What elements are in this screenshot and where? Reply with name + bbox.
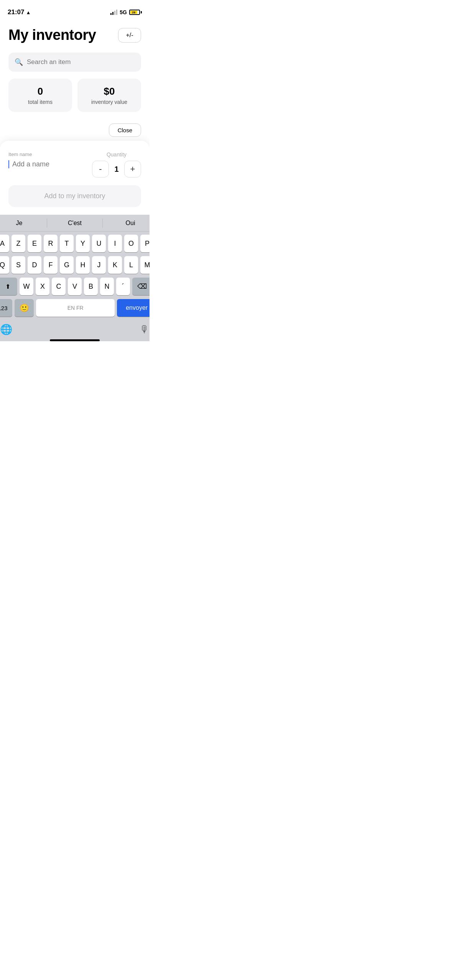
total-items-value: 0 <box>15 86 66 97</box>
status-right: 5G 28 <box>110 9 142 15</box>
item-name-label: Item name <box>8 151 84 157</box>
battery-icon: 28 <box>129 10 142 15</box>
network-label: 5G <box>120 9 127 15</box>
key-z[interactable]: Z <box>12 235 25 252</box>
suggestion-je[interactable]: Je <box>0 216 47 230</box>
status-time: 21:07 ▲ <box>8 8 31 16</box>
stats-row: 0 total items $0 inventory value <box>8 79 141 112</box>
close-button[interactable]: Close <box>109 123 141 137</box>
inventory-value-value: $0 <box>84 86 135 97</box>
home-indicator <box>50 339 100 341</box>
key-t[interactable]: T <box>60 235 74 252</box>
decrease-quantity-button[interactable]: - <box>92 161 109 178</box>
numbers-key[interactable]: 123 <box>0 299 12 317</box>
add-item-panel: Item name Quantity - 1 + Add to my inven… <box>0 141 150 215</box>
key-row-4: 123 🙂 EN FR envoyer <box>0 299 150 317</box>
keyboard-rows: A Z E R T Y U I O P Q S D F G H J K L M … <box>0 232 150 317</box>
search-icon: 🔍 <box>15 58 23 66</box>
key-row-2: Q S D F G H J K L M <box>0 256 150 274</box>
suggestion-cest[interactable]: C'est <box>47 216 102 230</box>
panel-fields: Item name Quantity - 1 + <box>8 151 141 178</box>
send-key[interactable]: envoyer <box>117 299 150 317</box>
key-p[interactable]: P <box>140 235 150 252</box>
shift-key[interactable]: ⬆ <box>0 278 17 295</box>
key-x[interactable]: X <box>36 278 49 295</box>
key-row-3: ⬆ W X C V B N ´ ⌫ <box>0 278 150 295</box>
key-q[interactable]: Q <box>0 256 9 274</box>
time-label: 21:07 <box>8 8 24 16</box>
key-y[interactable]: Y <box>76 235 90 252</box>
location-icon: ▲ <box>26 10 31 15</box>
increase-quantity-button[interactable]: + <box>124 161 141 178</box>
key-m[interactable]: M <box>140 256 150 274</box>
key-d[interactable]: D <box>28 256 41 274</box>
quantity-controls: - 1 + <box>92 161 141 178</box>
total-items-label: total items <box>15 99 66 105</box>
inventory-value-label: inventory value <box>84 99 135 105</box>
add-to-inventory-button[interactable]: Add to my inventory <box>8 185 141 207</box>
key-a[interactable]: A <box>0 235 9 252</box>
key-f[interactable]: F <box>44 256 58 274</box>
keyboard-suggestions: Je C'est Oui <box>0 215 150 232</box>
microphone-icon[interactable]: 🎙 <box>140 324 150 335</box>
inventory-value-card: $0 inventory value <box>77 79 141 112</box>
key-s[interactable]: S <box>12 256 25 274</box>
key-h[interactable]: H <box>76 256 90 274</box>
suggestion-oui[interactable]: Oui <box>103 216 150 230</box>
key-v[interactable]: V <box>68 278 82 295</box>
search-input[interactable] <box>27 58 135 66</box>
quantity-value: 1 <box>112 165 121 174</box>
search-bar[interactable]: 🔍 <box>8 53 141 72</box>
bottom-bar: 🌐 🎙 <box>0 321 150 337</box>
status-bar: 21:07 ▲ 5G 28 <box>0 0 150 19</box>
close-btn-row: Close <box>8 123 141 137</box>
keyboard: Je C'est Oui A Z E R T Y U I O P Q S D F… <box>0 215 150 341</box>
key-l[interactable]: L <box>124 256 138 274</box>
signal-icon <box>110 10 117 15</box>
key-i[interactable]: I <box>108 235 122 252</box>
header: My inventory +/- <box>8 27 141 43</box>
delete-key[interactable]: ⌫ <box>132 278 150 295</box>
key-accent[interactable]: ´ <box>116 278 130 295</box>
key-j[interactable]: J <box>92 256 106 274</box>
globe-icon[interactable]: 🌐 <box>0 324 12 335</box>
emoji-key[interactable]: 🙂 <box>15 299 34 317</box>
key-n[interactable]: N <box>100 278 114 295</box>
key-e[interactable]: E <box>28 235 41 252</box>
key-g[interactable]: G <box>60 256 74 274</box>
key-r[interactable]: R <box>44 235 58 252</box>
space-key[interactable]: EN FR <box>36 299 115 317</box>
quantity-label: Quantity <box>107 151 127 158</box>
page-title: My inventory <box>8 27 96 43</box>
key-u[interactable]: U <box>92 235 106 252</box>
key-k[interactable]: K <box>108 256 122 274</box>
add-edit-button[interactable]: +/- <box>118 28 141 43</box>
key-b[interactable]: B <box>84 278 98 295</box>
quantity-section: Quantity - 1 + <box>92 151 141 178</box>
item-name-field: Item name <box>8 151 84 168</box>
total-items-card: 0 total items <box>8 79 72 112</box>
key-c[interactable]: C <box>52 278 66 295</box>
key-o[interactable]: O <box>124 235 138 252</box>
key-w[interactable]: W <box>20 278 33 295</box>
main-content: My inventory +/- 🔍 0 total items $0 inve… <box>0 19 150 215</box>
key-row-1: A Z E R T Y U I O P <box>0 235 150 252</box>
item-name-input[interactable] <box>8 160 84 168</box>
